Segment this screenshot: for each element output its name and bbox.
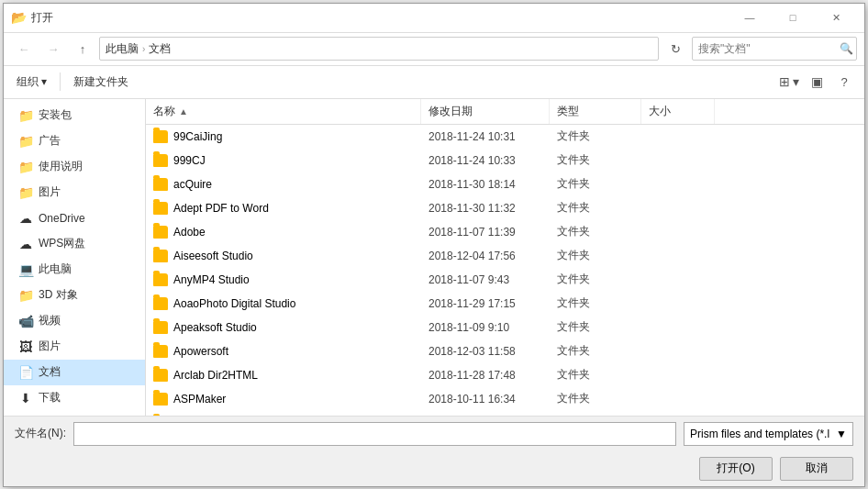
view-buttons: ⊞ ▾ ▣ ? bbox=[776, 69, 857, 94]
sidebar-item-10[interactable]: 📄文档 bbox=[4, 360, 145, 385]
table-row[interactable]: Aiseesoft Studio2018-12-04 17:56文件夹 bbox=[146, 244, 864, 268]
folder-icon-11 bbox=[153, 393, 168, 406]
forward-button[interactable]: → bbox=[40, 36, 66, 61]
file-type-7: 文件夹 bbox=[550, 292, 641, 316]
up-button[interactable]: ↑ bbox=[70, 36, 95, 61]
search-input[interactable] bbox=[698, 42, 836, 55]
file-date-4: 2018-11-07 11:39 bbox=[421, 220, 550, 244]
file-size-1 bbox=[641, 149, 715, 172]
breadcrumb[interactable]: 此电脑 › 文档 bbox=[99, 37, 659, 61]
sidebar-label-8: 视频 bbox=[39, 313, 61, 328]
view-list-button[interactable]: ⊞ ▾ bbox=[776, 69, 802, 94]
col-header-size[interactable]: 大小 bbox=[641, 99, 715, 125]
file-date-5: 2018-12-04 17:56 bbox=[421, 244, 550, 268]
sidebar-label-11: 下载 bbox=[39, 390, 61, 406]
refresh-button[interactable]: ↻ bbox=[662, 36, 688, 61]
file-type-2: 文件夹 bbox=[550, 172, 641, 196]
table-row[interactable]: AoaoPhoto Digital Studio2018-11-29 17:15… bbox=[146, 292, 864, 316]
file-size-6 bbox=[641, 268, 715, 292]
sidebar-label-0: 安装包 bbox=[39, 107, 72, 123]
table-row[interactable]: ASPMaker2018-10-11 16:34文件夹 bbox=[146, 387, 864, 411]
file-type-1: 文件夹 bbox=[550, 149, 641, 172]
main-area: 📁安装包📁广告📁使用说明📁图片☁OneDrive☁WPS网盘💻此电脑📁3D 对象… bbox=[4, 99, 864, 416]
minimize-button[interactable]: — bbox=[729, 3, 771, 32]
breadcrumb-sep: › bbox=[142, 44, 145, 54]
col-header-type[interactable]: 类型 bbox=[550, 99, 641, 125]
maximize-button[interactable]: □ bbox=[772, 3, 814, 32]
sidebar-label-9: 图片 bbox=[39, 339, 61, 354]
sidebar-label-10: 文档 bbox=[39, 364, 61, 380]
col-header-date[interactable]: 修改日期 bbox=[421, 99, 550, 125]
table-row[interactable]: Adobe2018-11-07 11:39文件夹 bbox=[146, 220, 864, 244]
file-size-5 bbox=[641, 244, 715, 268]
file-name-3: Adept PDF to Word bbox=[146, 196, 421, 220]
window-controls: — □ ✕ bbox=[729, 3, 857, 32]
folder-icon-6 bbox=[153, 273, 168, 286]
file-name-2: acQuire bbox=[146, 172, 421, 196]
new-folder-button[interactable]: 新建文件夹 bbox=[68, 69, 134, 94]
table-row[interactable]: 999CJ2018-11-24 10:33文件夹 bbox=[146, 149, 864, 172]
sidebar-item-0[interactable]: 📁安装包 bbox=[4, 103, 145, 128]
folder-icon-10 bbox=[153, 369, 168, 382]
open-button[interactable]: 打开(O) bbox=[699, 457, 773, 481]
file-date-3: 2018-11-30 11:32 bbox=[421, 196, 550, 220]
table-row[interactable]: Apeaksoft Studio2018-11-09 9:10文件夹 bbox=[146, 316, 864, 339]
sidebar-item-5[interactable]: ☁WPS网盘 bbox=[4, 231, 145, 257]
filename-label: 文件名(N): bbox=[15, 426, 66, 441]
sidebar-item-2[interactable]: 📁使用说明 bbox=[4, 154, 145, 180]
file-name-5: Aiseesoft Studio bbox=[146, 244, 421, 268]
close-button[interactable]: ✕ bbox=[815, 3, 857, 32]
file-name-0: 99CaiJing bbox=[146, 125, 421, 149]
filetype-dropdown[interactable]: Prism files and templates (*.l ▼ bbox=[684, 422, 853, 446]
sidebar-item-7[interactable]: 📁3D 对象 bbox=[4, 283, 145, 308]
file-type-10: 文件夹 bbox=[550, 363, 641, 387]
filename-input[interactable] bbox=[73, 422, 676, 446]
preview-button[interactable]: ▣ bbox=[804, 69, 829, 94]
sidebar-label-7: 3D 对象 bbox=[39, 287, 78, 303]
sidebar-item-8[interactable]: 📹视频 bbox=[4, 308, 145, 334]
file-name-6: AnyMP4 Studio bbox=[146, 268, 421, 292]
sidebar-icon-11: ⬇ bbox=[18, 391, 33, 406]
table-row[interactable]: Arclab Dir2HTML2018-11-28 17:48文件夹 bbox=[146, 363, 864, 387]
sidebar-icon-6: 💻 bbox=[18, 262, 33, 277]
sidebar-item-6[interactable]: 💻此电脑 bbox=[4, 257, 145, 283]
col-header-name[interactable]: 名称 ▲ bbox=[146, 99, 421, 125]
back-button[interactable]: ← bbox=[11, 36, 37, 61]
toolbar: 组织 ▾ 新建文件夹 ⊞ ▾ ▣ ? bbox=[4, 66, 864, 99]
sidebar-icon-3: 📁 bbox=[18, 185, 33, 200]
sort-arrow: ▲ bbox=[179, 106, 188, 117]
organize-button[interactable]: 组织 ▾ bbox=[11, 69, 52, 94]
file-date-8: 2018-11-09 9:10 bbox=[421, 316, 550, 339]
file-type-9: 文件夹 bbox=[550, 339, 641, 363]
table-row[interactable]: AnyMP4 Studio2018-11-07 9:43文件夹 bbox=[146, 268, 864, 292]
file-size-2 bbox=[641, 172, 715, 196]
cancel-button[interactable]: 取消 bbox=[780, 457, 853, 481]
sidebar-item-3[interactable]: 📁图片 bbox=[4, 180, 145, 206]
file-type-8: 文件夹 bbox=[550, 316, 641, 339]
search-bar: 🔍 bbox=[692, 37, 857, 61]
title-bar: 📂 打开 — □ ✕ bbox=[4, 4, 864, 33]
sidebar-icon-4: ☁ bbox=[18, 211, 33, 226]
file-type-4: 文件夹 bbox=[550, 220, 641, 244]
file-name-1: 999CJ bbox=[146, 149, 421, 172]
file-name-10: Arclab Dir2HTML bbox=[146, 363, 421, 387]
table-row[interactable]: acQuire2018-11-30 18:14文件夹 bbox=[146, 172, 864, 196]
dialog-icon: 📂 bbox=[11, 10, 26, 25]
file-size-4 bbox=[641, 220, 715, 244]
table-row[interactable]: Apowersoft2018-12-03 11:58文件夹 bbox=[146, 339, 864, 363]
sidebar-item-9[interactable]: 🖼图片 bbox=[4, 334, 145, 360]
file-type-11: 文件夹 bbox=[550, 387, 641, 411]
sidebar-item-4[interactable]: ☁OneDrive bbox=[4, 206, 145, 231]
table-row[interactable]: Adept PDF to Word2018-11-30 11:32文件夹 bbox=[146, 196, 864, 220]
file-list-header: 名称 ▲ 修改日期 类型 大小 bbox=[146, 99, 864, 125]
sidebar-item-11[interactable]: ⬇下载 bbox=[4, 385, 145, 411]
bottom-filename-row: 文件名(N): Prism files and templates (*.l ▼ bbox=[4, 417, 864, 451]
table-row[interactable]: 99CaiJing2018-11-24 10:31文件夹 bbox=[146, 125, 864, 149]
help-button[interactable]: ? bbox=[831, 69, 857, 94]
bottom-row: 文件名(N): Prism files and templates (*.l ▼… bbox=[4, 416, 864, 486]
sidebar-icon-10: 📄 bbox=[18, 365, 33, 380]
sidebar-item-1[interactable]: 📁广告 bbox=[4, 128, 145, 154]
breadcrumb-current: 文档 bbox=[149, 41, 171, 57]
file-size-8 bbox=[641, 316, 715, 339]
file-date-0: 2018-11-24 10:31 bbox=[421, 125, 550, 149]
